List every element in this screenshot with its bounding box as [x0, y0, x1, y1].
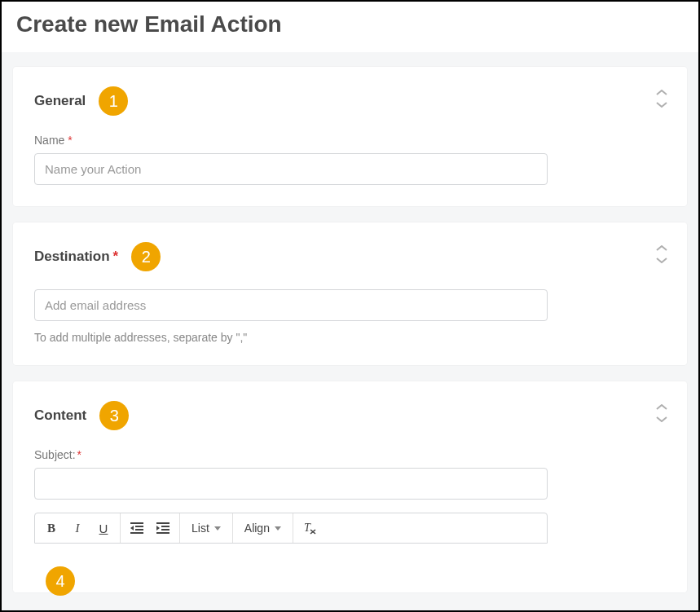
- indent-icon: [156, 522, 169, 534]
- destination-email-input[interactable]: [34, 289, 548, 321]
- toolbar-group-format: B I U: [35, 513, 121, 543]
- svg-rect-2: [135, 529, 143, 531]
- page-header: Create new Email Action: [2, 2, 698, 52]
- collapse-icon: [654, 245, 669, 263]
- svg-rect-0: [130, 522, 143, 524]
- svg-rect-5: [156, 522, 169, 524]
- outdent-button[interactable]: [124, 513, 150, 543]
- underline-icon: U: [99, 522, 108, 535]
- panel-general: General 1 Name*: [13, 67, 687, 206]
- name-input[interactable]: [34, 153, 548, 185]
- bold-button[interactable]: B: [38, 513, 64, 543]
- panel-destination-header: Destination* 2: [34, 242, 666, 271]
- collapse-icon: [654, 404, 669, 422]
- destination-helper: To add multiple addresses, separate by "…: [34, 331, 666, 344]
- svg-rect-7: [161, 529, 169, 531]
- panel-destination-title: Destination*: [34, 249, 118, 265]
- app-frame: Create new Email Action General 1 Name*: [0, 0, 700, 612]
- svg-rect-3: [130, 532, 143, 534]
- collapse-toggle-content[interactable]: [654, 404, 669, 422]
- svg-rect-1: [135, 526, 143, 527]
- subject-label: Subject:*: [34, 448, 666, 461]
- align-dropdown[interactable]: Align: [236, 513, 289, 543]
- name-label: Name*: [34, 134, 666, 147]
- editor-toolbar: B I U: [34, 513, 548, 544]
- page-title: Create new Email Action: [16, 11, 684, 37]
- bold-icon: B: [47, 522, 55, 535]
- svg-marker-9: [156, 526, 160, 531]
- annotation-badge-4: 4: [46, 566, 75, 596]
- svg-marker-4: [130, 526, 134, 531]
- panel-content: Content 3 Subject:* B I: [13, 381, 687, 592]
- toolbar-group-indent: [121, 513, 180, 543]
- caret-down-icon: [275, 526, 281, 531]
- panel-general-header: General 1: [34, 86, 666, 116]
- annotation-badge-1: 1: [99, 86, 128, 116]
- clear-formatting-icon: T: [302, 522, 317, 535]
- list-dropdown[interactable]: List: [183, 513, 229, 543]
- panel-destination: Destination* 2 To add multiple addresses…: [13, 222, 687, 365]
- panel-content-title: Content: [34, 407, 86, 424]
- italic-icon: I: [76, 522, 80, 535]
- annotation-badge-2: 2: [131, 242, 161, 271]
- outdent-icon: [130, 522, 143, 534]
- annotation-badge-3: 3: [99, 401, 129, 430]
- panel-content-header: Content 3: [34, 401, 666, 430]
- clear-formatting-button[interactable]: T: [297, 513, 323, 543]
- collapse-icon: [654, 90, 669, 108]
- collapse-toggle-general[interactable]: [654, 90, 669, 108]
- italic-button[interactable]: I: [64, 513, 90, 543]
- toolbar-group-list: List: [180, 513, 233, 543]
- underline-button[interactable]: U: [90, 513, 117, 543]
- collapse-toggle-destination[interactable]: [654, 245, 669, 263]
- indent-button[interactable]: [150, 513, 176, 543]
- toolbar-group-clear: T: [293, 513, 326, 543]
- svg-rect-6: [161, 526, 169, 527]
- subject-input[interactable]: [34, 468, 548, 500]
- caret-down-icon: [214, 526, 221, 531]
- toolbar-group-align: Align: [233, 513, 293, 543]
- form-body: General 1 Name* Destination* 2: [2, 52, 698, 612]
- svg-text:T: T: [304, 522, 311, 534]
- panel-general-title: General: [34, 93, 86, 109]
- svg-rect-8: [156, 532, 169, 534]
